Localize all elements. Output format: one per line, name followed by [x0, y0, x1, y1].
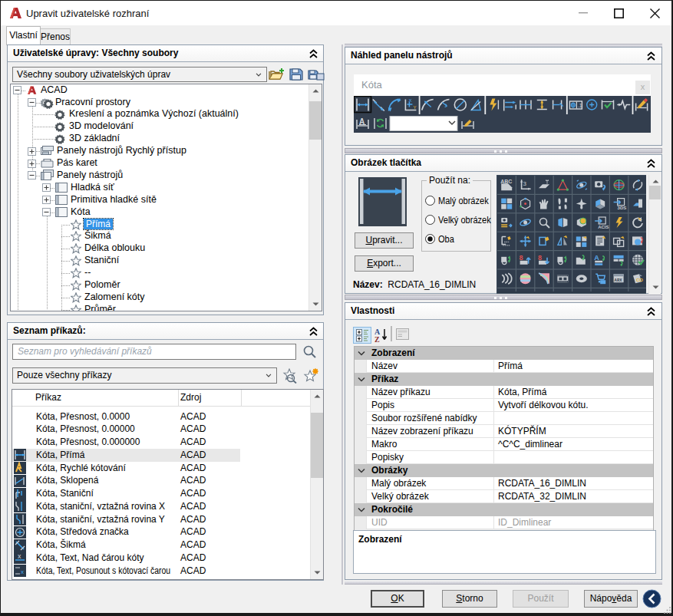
svg-text:ACIS: ACIS: [598, 225, 609, 229]
svg-text:X: X: [408, 98, 411, 103]
svg-text:Z: Z: [374, 335, 380, 343]
svg-text:CO: CO: [636, 278, 643, 282]
svg-text:ARX: ARX: [615, 278, 623, 283]
svg-text:x: x: [18, 552, 21, 560]
svg-text:3DS: 3DS: [618, 206, 627, 210]
svg-text:A: A: [594, 254, 599, 262]
svg-text:x: x: [21, 568, 24, 575]
svg-text:8: 8: [538, 254, 542, 262]
svg-text:8: 8: [520, 254, 523, 262]
svg-text:.1: .1: [578, 103, 582, 108]
svg-text:3: 3: [523, 180, 527, 187]
svg-text:ABC: ABC: [500, 179, 512, 184]
svg-text:Y: Y: [413, 105, 416, 110]
